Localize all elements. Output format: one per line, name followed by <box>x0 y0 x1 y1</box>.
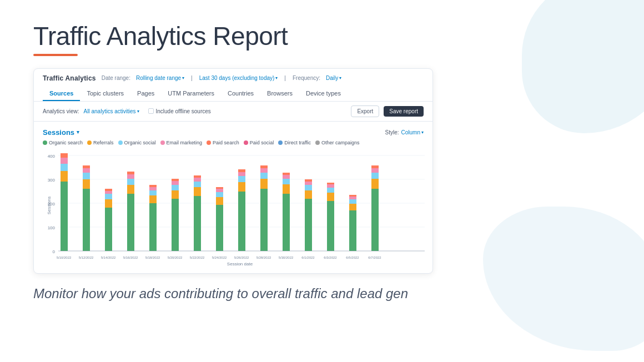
offline-sources-checkbox[interactable] <box>148 108 154 114</box>
svg-rect-24 <box>105 199 112 208</box>
tab-pages[interactable]: Pages <box>130 87 161 101</box>
svg-text:5/20/2022: 5/20/2022 <box>168 256 183 259</box>
tab-topic-clusters[interactable]: Topic clusters <box>80 87 130 101</box>
svg-rect-83 <box>327 201 334 251</box>
svg-rect-91 <box>349 199 356 204</box>
dashboard-card: Traffic Analytics Date range: Rolling da… <box>33 68 433 274</box>
analytics-toolbar: Analytics view: All analytics activities… <box>34 102 432 122</box>
legend-label-paid-search: Paid search <box>213 140 239 145</box>
content: Traffic Analytics Report Traffic Analyti… <box>0 0 644 313</box>
svg-rect-87 <box>327 183 334 184</box>
svg-rect-73 <box>283 179 290 184</box>
svg-rect-51 <box>194 175 201 178</box>
svg-text:5/16/2022: 5/16/2022 <box>123 256 138 259</box>
page-wrapper: Traffic Analytics Report Traffic Analyti… <box>0 0 644 362</box>
period-dropdown[interactable]: Last 30 days (excluding today) <box>199 75 278 81</box>
svg-rect-90 <box>349 204 356 210</box>
export-button[interactable]: Export <box>351 105 379 117</box>
legend-label-referrals: Referrals <box>93 140 114 145</box>
svg-rect-21 <box>83 165 90 168</box>
svg-rect-59 <box>238 192 245 251</box>
svg-text:5/10/2022: 5/10/2022 <box>57 256 72 259</box>
svg-rect-95 <box>371 189 379 251</box>
bar-group-10: 5/28/2022 <box>256 165 271 259</box>
svg-rect-41 <box>172 199 179 251</box>
svg-rect-11 <box>61 182 68 251</box>
svg-rect-66 <box>260 179 268 189</box>
svg-text:6/5/2022: 6/5/2022 <box>346 256 359 259</box>
bar-group-11: 5/30/2022 <box>279 173 294 259</box>
svg-rect-47 <box>194 196 201 251</box>
frequency-dropdown[interactable]: Daily <box>326 75 341 81</box>
card-header: Traffic Analytics Date range: Rolling da… <box>34 69 432 102</box>
offline-sources-checkbox-label[interactable]: Include offline sources <box>148 108 211 114</box>
tab-countries[interactable]: Countries <box>221 87 260 101</box>
svg-rect-80 <box>305 182 312 185</box>
svg-rect-29 <box>127 194 134 251</box>
chart-legend: Organic search Referrals Organic social … <box>43 140 424 145</box>
svg-rect-57 <box>216 187 223 189</box>
legend-dot-organic-search <box>43 140 47 145</box>
save-report-button[interactable]: Save report <box>384 106 424 117</box>
svg-rect-33 <box>127 172 134 174</box>
title-underline <box>33 54 78 56</box>
svg-text:100: 100 <box>48 225 56 230</box>
legend-label-organic-social: Organic social <box>124 140 156 145</box>
svg-text:5/12/2022: 5/12/2022 <box>79 256 94 259</box>
svg-rect-92 <box>349 197 356 199</box>
svg-rect-27 <box>105 189 112 191</box>
analytics-view-label: Analytics view: <box>43 108 79 114</box>
svg-rect-54 <box>216 197 223 205</box>
bar-group-5: 5/18/2022 <box>145 185 160 259</box>
style-selector: Style: Column <box>385 129 424 135</box>
svg-rect-69 <box>260 165 268 168</box>
chart-area: Sessions Style: Column Organic search Re… <box>34 122 432 273</box>
tab-sources[interactable]: Sources <box>43 87 80 101</box>
bar-group-8: 5/24/2022 <box>212 187 227 259</box>
legend-label-paid-social: Paid social <box>250 140 274 145</box>
legend-other-campaigns: Other campaigns <box>315 140 360 145</box>
tab-browsers[interactable]: Browsers <box>260 87 299 101</box>
tab-utm-parameters[interactable]: UTM Parameters <box>161 87 221 101</box>
svg-rect-75 <box>283 173 290 175</box>
svg-text:5/22/2022: 5/22/2022 <box>190 256 205 259</box>
svg-rect-93 <box>349 195 356 197</box>
svg-text:6/3/2022: 6/3/2022 <box>324 256 337 259</box>
bar-group-3: 5/14/2022 <box>101 189 116 259</box>
legend-dot-paid-social <box>244 140 248 145</box>
tab-device-types[interactable]: Device types <box>299 87 348 101</box>
legend-organic-social: Organic social <box>118 140 156 145</box>
legend-paid-search: Paid search <box>207 140 239 145</box>
svg-rect-68 <box>260 168 268 173</box>
svg-rect-60 <box>238 182 245 192</box>
svg-rect-96 <box>371 179 379 189</box>
chart-svg-wrapper: 400 300 200 100 0 Sessions <box>43 150 424 269</box>
legend-paid-social: Paid social <box>244 140 274 145</box>
offline-sources-label: Include offline sources <box>156 108 211 114</box>
svg-text:Session date: Session date <box>227 262 253 267</box>
sessions-title[interactable]: Sessions <box>43 128 79 137</box>
svg-rect-36 <box>149 195 157 203</box>
svg-rect-23 <box>105 208 112 251</box>
legend-dot-direct-traffic <box>278 140 283 145</box>
card-title-row: Traffic Analytics Date range: Rolling da… <box>43 74 424 82</box>
style-dropdown[interactable]: Column <box>401 129 424 135</box>
date-range-label: Date range: <box>102 75 130 81</box>
svg-rect-71 <box>283 194 290 251</box>
svg-text:5/30/2022: 5/30/2022 <box>279 256 294 259</box>
svg-text:5/18/2022: 5/18/2022 <box>145 256 160 259</box>
svg-rect-97 <box>371 173 379 179</box>
page-title: Traffic Analytics Report <box>33 22 611 51</box>
svg-text:5/24/2022: 5/24/2022 <box>212 256 227 259</box>
chart-header: Sessions Style: Column <box>43 128 424 137</box>
svg-rect-56 <box>216 189 223 192</box>
analytics-view-dropdown[interactable]: All analytics activities <box>84 108 139 114</box>
bar-group-12: 6/1/2022 <box>301 179 315 259</box>
svg-rect-15 <box>61 153 68 158</box>
svg-rect-26 <box>105 191 112 194</box>
date-range-dropdown[interactable]: Rolling date range <box>136 75 184 81</box>
svg-rect-48 <box>194 187 201 196</box>
svg-text:5/14/2022: 5/14/2022 <box>101 256 116 259</box>
legend-referrals: Referrals <box>87 140 114 145</box>
svg-rect-17 <box>83 189 90 251</box>
